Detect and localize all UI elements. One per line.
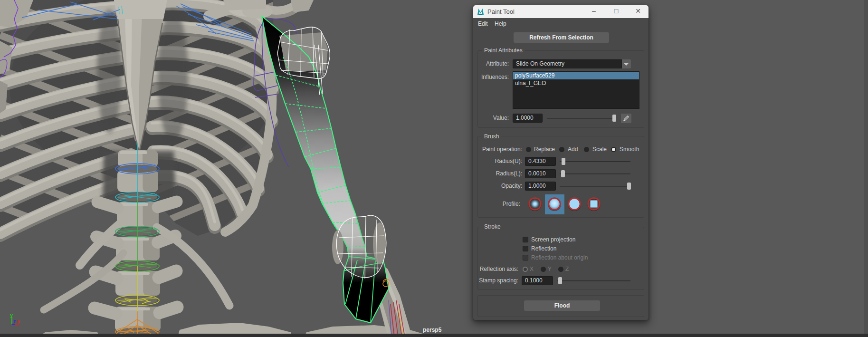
svg-text:x: x <box>17 318 20 324</box>
svg-text:y: y <box>10 312 13 318</box>
svg-text:z: z <box>13 318 16 324</box>
svg-text:persp5: persp5 <box>423 327 442 333</box>
